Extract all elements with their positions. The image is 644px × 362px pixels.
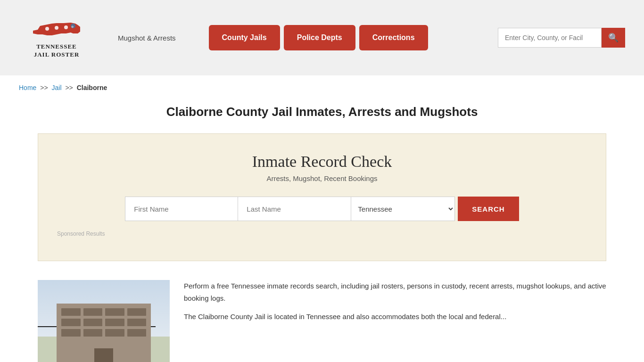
inmate-search-form: Tennessee SEARCH — [57, 197, 587, 221]
record-check-subtitle: Arrests, Mugshot, Recent Bookings — [57, 174, 587, 182]
bottom-content: Perform a free Tennessee inmate records … — [0, 275, 644, 362]
nav-corrections[interactable]: Corrections — [359, 25, 428, 50]
breadcrumb-current: Claiborne — [77, 84, 107, 91]
inmate-search-button[interactable]: SEARCH — [458, 197, 519, 221]
breadcrumb-jail[interactable]: Jail — [52, 84, 62, 91]
header-search: 🔍 — [498, 28, 625, 48]
state-select[interactable]: Tennessee — [351, 197, 455, 221]
site-header: ⚙ TENNESSEE JAIL ROSTER Mugshot & Arrest… — [0, 0, 644, 75]
svg-text:⚙: ⚙ — [71, 25, 74, 28]
page-title: Claiborne County Jail Inmates, Arrests a… — [19, 105, 625, 119]
body-paragraph-1: Perform a free Tennessee inmate records … — [184, 280, 606, 304]
body-paragraph-2: The Claiborne County Jail is located in … — [184, 311, 606, 323]
nav-county-jails[interactable]: County Jails — [209, 25, 280, 50]
jail-building-image — [38, 280, 170, 362]
svg-point-3 — [64, 25, 68, 29]
breadcrumb-home[interactable]: Home — [19, 84, 36, 91]
mugshot-label: Mugshot & Arrests — [118, 34, 176, 42]
bottom-description: Perform a free Tennessee inmate records … — [184, 280, 606, 329]
site-logo: ⚙ TENNESSEE JAIL ROSTER — [19, 16, 94, 59]
search-icon: 🔍 — [608, 33, 619, 42]
record-check-section: Inmate Record Check Arrests, Mugshot, Re… — [38, 133, 606, 261]
svg-point-1 — [45, 27, 49, 31]
header-search-input[interactable] — [498, 28, 602, 48]
breadcrumb-sep1: >> — [40, 84, 48, 91]
first-name-input[interactable] — [125, 197, 238, 221]
sponsored-label: Sponsored Results — [57, 230, 587, 237]
header-search-button[interactable]: 🔍 — [602, 28, 625, 48]
breadcrumb-sep2: >> — [65, 84, 73, 91]
nav-police-depts[interactable]: Police Depts — [284, 25, 355, 50]
last-name-input[interactable] — [238, 197, 351, 221]
tennessee-map-icon: ⚙ — [31, 16, 83, 41]
breadcrumb: Home >> Jail >> Claiborne — [0, 75, 644, 96]
main-nav: County Jails Police Depts Corrections — [209, 25, 428, 50]
record-check-title: Inmate Record Check — [57, 153, 587, 171]
logo-text: TENNESSEE JAIL ROSTER — [34, 43, 80, 59]
